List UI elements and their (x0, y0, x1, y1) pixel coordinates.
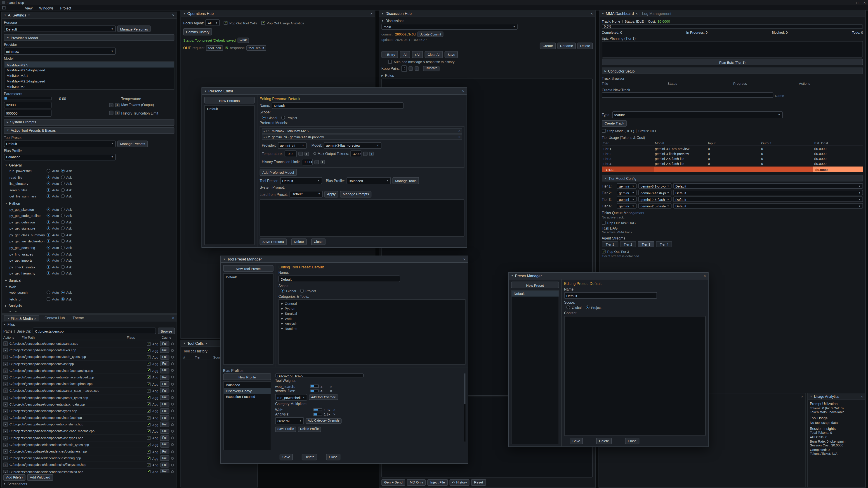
content-textarea[interactable] (564, 316, 706, 436)
history-limit-input[interactable]: 900000 (302, 159, 313, 165)
increment-button[interactable]: + (369, 151, 374, 156)
files-section-header[interactable]: ▼ Files (3, 323, 175, 326)
bias-profile-select[interactable]: Balanced ▼ (346, 177, 391, 184)
ask-radio[interactable] (61, 188, 64, 192)
persona-select[interactable]: Default ▼ (4, 26, 116, 32)
full-button[interactable]: Full (160, 375, 169, 380)
remove-file-button[interactable]: x (3, 375, 8, 380)
auto-radio[interactable] (46, 246, 51, 250)
remove-file-button[interactable]: x (3, 389, 8, 393)
agg-checkbox[interactable] (147, 355, 151, 359)
full-button[interactable]: Full (160, 368, 169, 373)
remove-override-icon[interactable]: × (333, 408, 336, 412)
save-profile-button[interactable]: Save Profile (275, 427, 296, 432)
category-node[interactable]: ▶Analysis (280, 321, 464, 326)
close-icon[interactable]: × (370, 11, 373, 15)
bias-profile-select[interactable]: Balanced ▼ (4, 154, 116, 161)
increment-button[interactable]: + (304, 151, 309, 156)
auto-radio[interactable] (46, 233, 51, 237)
ask-radio[interactable] (61, 246, 64, 250)
ask-radio[interactable] (61, 252, 64, 256)
pop-out-usage-checkbox[interactable] (261, 21, 265, 25)
decrement-button[interactable]: - (298, 151, 303, 156)
button-all[interactable]: -All (400, 51, 410, 58)
ask-radio[interactable] (61, 258, 64, 262)
ask-radio[interactable] (61, 195, 64, 198)
agg-checkbox[interactable] (147, 362, 151, 366)
apply-button[interactable]: Apply (324, 191, 338, 197)
active-presets-section-header[interactable]: ▼ Active Tool Presets & Biases (4, 127, 174, 133)
move-up-icon[interactable]: ▴ (264, 130, 265, 132)
close-tab-icon[interactable]: × (34, 316, 36, 320)
model-option[interactable]: MiniMax-M2.1-highspeed (4, 78, 174, 84)
auto-radio[interactable] (46, 182, 51, 186)
model-select[interactable]: gemini-3-flash-preview ▼ (324, 142, 381, 149)
stream-tab-tier-3[interactable]: Tier 3 (638, 241, 654, 248)
project-radio[interactable] (300, 289, 304, 293)
override-slider[interactable] (313, 408, 322, 411)
full-button[interactable]: Full (160, 469, 169, 473)
remove-file-button[interactable]: x (3, 416, 8, 420)
increment-button[interactable]: + (414, 66, 419, 71)
pop-out-tool-calls-checkbox[interactable] (224, 21, 228, 25)
ask-radio[interactable] (61, 169, 64, 173)
delete-button[interactable]: Delete (302, 453, 317, 460)
increment-button[interactable]: + (115, 103, 120, 107)
new-profile-button[interactable]: New Profile (223, 373, 271, 380)
tool-group-header[interactable]: ▶Surgical (4, 278, 174, 283)
override-slider[interactable] (310, 385, 319, 388)
remove-file-button[interactable]: x (3, 449, 8, 454)
max-tokens-toggle-icon[interactable] (313, 152, 316, 155)
delete-button[interactable]: Delete (596, 437, 612, 444)
profile-name-input[interactable]: Discovery-Heavy (275, 373, 364, 377)
agg-checkbox[interactable] (147, 429, 151, 433)
ask-radio[interactable] (61, 182, 64, 186)
provider-model-section-header[interactable]: ▼ Provider & Model (4, 35, 174, 41)
clear-status-button[interactable]: Clear (237, 37, 249, 43)
button-save[interactable]: Save (445, 51, 458, 58)
agg-checkbox[interactable] (147, 402, 151, 406)
auto-radio[interactable] (46, 271, 51, 275)
tier-model-config-section-header[interactable]: ▼ Tier Model Config (602, 175, 863, 182)
preset-name-input[interactable]: Default (564, 292, 657, 299)
max-output-input[interactable]: 32000 (350, 150, 362, 157)
usage-analytics-header[interactable]: ▼ Usage Analytics × (808, 393, 865, 400)
auto-radio[interactable] (46, 175, 51, 179)
layout-grid-icon[interactable] (2, 6, 6, 9)
tier-provider-select[interactable]: gemini▼ (617, 190, 637, 195)
minimize-icon[interactable]: — (848, 1, 851, 4)
full-button[interactable]: Full (160, 341, 169, 346)
button-history[interactable]: -> History (450, 479, 470, 486)
tier-preset-select[interactable]: Default▼ (673, 197, 863, 202)
tier-model-select[interactable]: gemini-3.1-pro-preview▼ (638, 183, 672, 189)
tier-provider-select[interactable]: gemini▼ (617, 197, 637, 202)
model-option[interactable]: MiniMax-M2.1 (4, 73, 174, 78)
roles-section-header[interactable]: ▶ Roles (381, 74, 593, 77)
ask-radio[interactable] (61, 175, 64, 179)
auto-radio[interactable] (46, 265, 51, 269)
agg-checkbox[interactable] (147, 463, 151, 467)
save-button[interactable]: Save (280, 453, 293, 460)
agg-checkbox[interactable] (147, 341, 151, 346)
ask-radio[interactable] (61, 233, 64, 237)
ask-radio[interactable] (61, 291, 64, 294)
new-preset-button[interactable]: New Preset (511, 282, 559, 289)
remove-file-button[interactable]: x (3, 463, 8, 467)
add-preferred-model-button[interactable]: Add Preferred Model (260, 169, 297, 176)
create-discussion-button[interactable]: Create (540, 42, 556, 49)
ask-radio[interactable] (61, 265, 64, 269)
scrollbar-thumb[interactable] (464, 373, 466, 404)
agg-checkbox[interactable] (147, 348, 151, 352)
global-radio[interactable] (281, 289, 285, 293)
temperature-input[interactable]: -0.0 (284, 150, 297, 157)
auto-radio[interactable] (46, 169, 51, 173)
provider-select[interactable]: minimax ▼ (4, 48, 116, 55)
button-inject-file[interactable]: Inject File (428, 479, 447, 486)
full-button[interactable]: Full (160, 462, 169, 468)
decrement-button[interactable]: - (363, 151, 368, 156)
profile-option[interactable]: Discovery-Heavy (223, 388, 271, 394)
menu-view[interactable]: View (22, 5, 35, 10)
auto-radio[interactable] (46, 258, 51, 262)
close-button[interactable]: Close (326, 453, 340, 460)
close-icon[interactable]: × (463, 257, 466, 261)
